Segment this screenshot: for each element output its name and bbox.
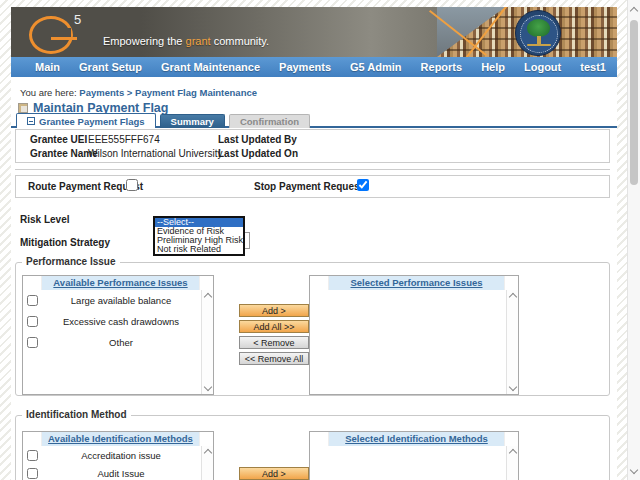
tab-confirmation: Confirmation bbox=[229, 114, 310, 128]
risk-level-option[interactable]: Not risk Related bbox=[155, 245, 243, 254]
risk-level-option[interactable]: --Select-- bbox=[155, 218, 243, 227]
selected-identification-methods-header[interactable]: Selected Identification Methods bbox=[329, 432, 504, 446]
g5-logo-notch bbox=[57, 28, 71, 37]
identification-method-legend: Identification Method bbox=[22, 409, 131, 420]
identification-method-row: Audit Issue bbox=[23, 464, 213, 480]
scroll-up-icon[interactable] bbox=[508, 293, 516, 301]
add-button[interactable]: Add > bbox=[239, 304, 309, 317]
performance-issue-checkbox[interactable] bbox=[27, 316, 38, 327]
scroll-up-icon[interactable] bbox=[203, 293, 211, 301]
last-updated-by-label: Last Updated By bbox=[218, 134, 297, 145]
main-nav: MainGrant SetupGrant MaintenancePayments… bbox=[11, 57, 617, 77]
identification-method-checkbox[interactable] bbox=[27, 450, 38, 461]
selected-performance-issues-header[interactable]: Selected Performance Issues bbox=[329, 276, 504, 290]
list-scrollbar[interactable] bbox=[201, 446, 213, 480]
breadcrumb-path[interactable]: Payments > Payment Flag Maintenance bbox=[79, 87, 257, 98]
remove-button[interactable]: < Remove bbox=[239, 336, 309, 349]
header-banner: 5 Empowering the grant community. bbox=[11, 7, 617, 57]
available-performance-issues-list: Available Performance Issues Large avail… bbox=[22, 275, 214, 395]
performance-issue-row: Other bbox=[23, 332, 213, 353]
breadcrumb-prefix: You are here: bbox=[20, 87, 77, 98]
performance-issue-checkbox[interactable] bbox=[27, 337, 38, 348]
nav-item[interactable]: Payments bbox=[279, 61, 331, 73]
available-identification-methods-header[interactable]: Available Identification Methods bbox=[42, 432, 199, 446]
browser-viewport: 5 Empowering the grant community. MainGr… bbox=[0, 0, 640, 480]
list-scrollbar[interactable] bbox=[506, 446, 518, 480]
stop-payment-request-checkbox[interactable] bbox=[357, 179, 369, 191]
available-performance-issues-header[interactable]: Available Performance Issues bbox=[42, 276, 199, 290]
performance-issue-row: Large available balance bbox=[23, 290, 213, 311]
tab-bar: Grantee Payment Flags Summary Confirmati… bbox=[16, 113, 310, 128]
selected-identification-methods-list: Selected Identification Methods bbox=[309, 431, 519, 480]
section-separator bbox=[15, 169, 610, 170]
add-button[interactable]: Add > bbox=[239, 467, 309, 480]
scrollbar-thumb[interactable] bbox=[630, 20, 638, 185]
department-of-education-seal-icon bbox=[515, 10, 561, 56]
grantee-uei-value: EEE555FFF674 bbox=[88, 134, 160, 145]
scroll-up-icon[interactable] bbox=[203, 449, 211, 457]
last-updated-on-label: Last Updated On bbox=[218, 148, 298, 159]
scroll-up-icon[interactable] bbox=[508, 449, 516, 457]
g5-logo-5: 5 bbox=[74, 12, 81, 27]
risk-level-label: Risk Level bbox=[20, 214, 69, 225]
nav-item[interactable]: Grant Setup bbox=[79, 61, 142, 73]
list-scrollbar[interactable] bbox=[506, 290, 518, 394]
breadcrumb: You are here: Payments > Payment Flag Ma… bbox=[20, 87, 257, 98]
performance-issue-checkbox[interactable] bbox=[27, 295, 38, 306]
nav-item[interactable]: Main bbox=[35, 61, 60, 73]
tab-summary[interactable]: Summary bbox=[160, 114, 225, 128]
g5-logo-bar bbox=[51, 37, 77, 40]
header-tagline: Empowering the grant community. bbox=[103, 35, 269, 47]
scrollbar-up-icon[interactable] bbox=[630, 7, 638, 15]
identification-method-fieldset: Identification Method Available Identifi… bbox=[15, 415, 610, 480]
risk-level-dropdown-open: --Select--Evidence of RiskPreliminary Hi… bbox=[153, 216, 245, 256]
window-scrollbar[interactable] bbox=[627, 0, 640, 480]
tab-grantee-payment-flags[interactable]: Grantee Payment Flags bbox=[16, 113, 156, 128]
selected-performance-issues-list: Selected Performance Issues bbox=[309, 275, 519, 395]
identification-method-row: Accreditation issue bbox=[23, 446, 213, 464]
seal-tree-icon bbox=[527, 19, 550, 37]
scroll-down-icon[interactable] bbox=[203, 383, 211, 391]
performance-issue-legend: Performance Issue bbox=[22, 256, 120, 267]
nav-item[interactable]: Logout bbox=[524, 61, 561, 73]
performance-transfer-buttons: Add > Add All >> < Remove << Remove All bbox=[239, 304, 309, 365]
grantee-info-panel: Grantee UEI EEE555FFF674 Last Updated By… bbox=[15, 129, 610, 163]
route-payment-request-checkbox[interactable] bbox=[126, 179, 138, 191]
nav-item[interactable]: Help bbox=[481, 61, 505, 73]
available-identification-methods-list: Available Identification Methods Accredi… bbox=[22, 431, 214, 480]
page-title-icon bbox=[18, 103, 28, 113]
remove-all-button[interactable]: << Remove All bbox=[239, 352, 309, 365]
mitigation-strategy-label: Mitigation Strategy bbox=[20, 237, 110, 248]
performance-issue-fieldset: Performance Issue Available Performance … bbox=[15, 262, 610, 396]
grantee-uei-label: Grantee UEI bbox=[30, 134, 87, 145]
performance-issue-row: Excessive cash drawdowns bbox=[23, 311, 213, 332]
grantee-name-value: Wilson International University bbox=[88, 148, 223, 159]
nav-item[interactable]: G5 Admin bbox=[350, 61, 402, 73]
identification-transfer-buttons: Add > bbox=[239, 467, 309, 480]
add-all-button[interactable]: Add All >> bbox=[239, 320, 309, 333]
nav-item[interactable]: test1 bbox=[580, 61, 606, 73]
identification-method-checkbox[interactable] bbox=[27, 468, 38, 479]
list-scrollbar[interactable] bbox=[201, 290, 213, 394]
payment-flags-panel: Route Payment Request Stop Payment Reque… bbox=[15, 175, 610, 198]
scroll-down-icon[interactable] bbox=[508, 383, 516, 391]
g5-page: 5 Empowering the grant community. MainGr… bbox=[11, 7, 617, 480]
risk-level-option[interactable]: Evidence of Risk bbox=[155, 227, 243, 236]
nav-item[interactable]: Grant Maintenance bbox=[161, 61, 260, 73]
stop-payment-request-label: Stop Payment Request bbox=[254, 181, 363, 192]
scrollbar-down-icon[interactable] bbox=[630, 466, 638, 474]
nav-item[interactable]: Reports bbox=[421, 61, 463, 73]
risk-level-option[interactable]: Preliminary High Risk bbox=[155, 236, 243, 245]
tab-collapse-icon bbox=[27, 117, 35, 125]
